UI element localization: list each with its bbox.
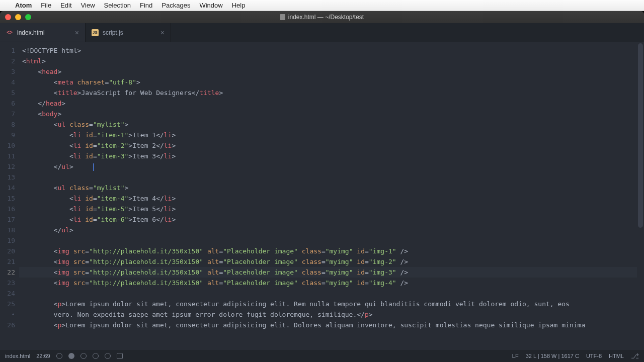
code-line[interactable]: <p>Lorem ipsum dolor sit amet, consectet… xyxy=(19,299,637,309)
line-number[interactable]: 4 xyxy=(0,77,15,87)
editor-area: 1234567891011121314151617181920212223242… xyxy=(0,42,644,350)
code-line[interactable]: <li id="item-3">Item 3</li> xyxy=(19,151,637,161)
code-line[interactable]: <html> xyxy=(19,56,637,66)
line-number[interactable]: 7 xyxy=(0,109,15,119)
code-line[interactable]: <meta charset="utf-8"> xyxy=(19,77,637,87)
window-menu[interactable]: Window xyxy=(199,2,222,9)
find-menu[interactable]: Find xyxy=(140,2,152,9)
line-number[interactable]: 13 xyxy=(0,172,15,183)
text-cursor xyxy=(93,163,94,171)
line-number[interactable]: 20 xyxy=(0,246,15,256)
line-number[interactable]: 26 xyxy=(0,320,15,330)
status-icon[interactable] xyxy=(117,353,123,359)
js-file-icon: JS xyxy=(92,29,99,36)
code-line[interactable] xyxy=(19,288,637,299)
line-number[interactable]: 10 xyxy=(0,140,15,151)
window-title: index.html — ~/Desktop/test xyxy=(280,14,364,21)
selection-menu[interactable]: Selection xyxy=(104,2,131,9)
close-tab-icon[interactable]: × xyxy=(160,29,165,37)
tab-label: script.js xyxy=(103,29,123,36)
code-line[interactable]: <body> xyxy=(19,109,637,119)
code-line[interactable]: <ul class="mylist"> xyxy=(19,183,637,193)
status-file-stats: 32 L | 158 W | 1617 C xyxy=(526,353,579,359)
edit-menu[interactable]: Edit xyxy=(60,2,71,9)
code-line[interactable]: <img src="http://placehold.it/350x150" a… xyxy=(19,267,637,278)
tab-script-js[interactable]: JS script.js × xyxy=(86,23,171,42)
line-number[interactable]: 16 xyxy=(0,204,15,214)
line-number[interactable]: 3 xyxy=(0,66,15,77)
line-number[interactable]: 11 xyxy=(0,151,15,161)
tab-label: index.html xyxy=(17,29,45,36)
status-encoding[interactable]: UTF-8 xyxy=(586,353,602,359)
code-line[interactable]: <img src="http://placehold.it/350x150" a… xyxy=(19,246,637,256)
code-line[interactable]: vero. Non expedita saepe amet ipsum erro… xyxy=(19,309,637,320)
line-number[interactable]: 14 xyxy=(0,183,15,193)
code-line[interactable]: <li id="item-1">Item 1</li> xyxy=(19,130,637,140)
code-line[interactable]: <img src="http://placehold.it/350x150" a… xyxy=(19,256,637,267)
maximize-window-button[interactable] xyxy=(25,14,31,20)
status-grammar[interactable]: HTML xyxy=(609,353,624,359)
line-number[interactable]: 23 xyxy=(0,278,15,288)
status-filename[interactable]: index.html xyxy=(5,353,30,359)
code-line[interactable]: <p>Lorem ipsum dolor sit amet, consectet… xyxy=(19,320,637,330)
line-number[interactable]: 5 xyxy=(0,87,15,98)
line-number[interactable]: 21 xyxy=(0,256,15,267)
code-line[interactable]: <title>JavaScript for Web Designers</tit… xyxy=(19,87,637,98)
code-line[interactable]: <li id="item-2">Item 2</li> xyxy=(19,140,637,151)
status-icon[interactable] xyxy=(68,353,74,359)
line-number[interactable]: 24 xyxy=(0,288,15,299)
line-number[interactable]: 12 xyxy=(0,161,15,172)
code-line[interactable]: <head> xyxy=(19,66,637,77)
window-titlebar: index.html — ~/Desktop/test xyxy=(0,11,644,23)
code-line[interactable]: <li id="item-5">Item 5</li> xyxy=(19,204,637,214)
github-icon[interactable]: ⎇ xyxy=(631,352,639,360)
line-number[interactable]: 8 xyxy=(0,119,15,130)
vertical-scrollbar[interactable] xyxy=(637,42,644,350)
status-bar: index.html 22:69 LF 32 L | 158 W | 1617 … xyxy=(0,350,644,362)
help-menu[interactable]: Help xyxy=(232,2,246,9)
app-menu[interactable]: Atom xyxy=(15,2,32,9)
status-icon[interactable] xyxy=(105,353,111,359)
line-number[interactable]: 15 xyxy=(0,193,15,204)
code-line[interactable]: </head> xyxy=(19,98,637,109)
status-icon[interactable] xyxy=(80,353,87,359)
code-line[interactable]: <img src="http://placehold.it/350x150" a… xyxy=(19,278,637,288)
scrollbar-thumb[interactable] xyxy=(638,43,643,228)
code-line[interactable]: <!DOCTYPE html> xyxy=(19,45,637,56)
line-number[interactable]: 18 xyxy=(0,225,15,235)
packages-menu[interactable]: Packages xyxy=(162,2,190,9)
tab-index-html[interactable]: <> index.html × xyxy=(0,23,86,42)
macos-menubar: Atom File Edit View Selection Find Packa… xyxy=(0,0,644,11)
status-line-ending[interactable]: LF xyxy=(512,353,519,359)
tab-bar: <> index.html × JS script.js × xyxy=(0,23,644,42)
line-number[interactable]: 2 xyxy=(0,56,15,66)
view-menu[interactable]: View xyxy=(81,2,95,9)
close-tab-icon[interactable]: × xyxy=(75,29,79,37)
close-window-button[interactable] xyxy=(5,14,11,20)
code-line[interactable] xyxy=(19,172,637,183)
code-line[interactable]: <li id="item-6">Item 6</li> xyxy=(19,214,637,225)
status-icon[interactable] xyxy=(93,353,99,359)
code-editor[interactable]: <!DOCTYPE html><html> <head> <meta chars… xyxy=(19,42,637,350)
line-number[interactable]: 1 xyxy=(0,45,15,56)
minimize-window-button[interactable] xyxy=(15,14,21,20)
code-line[interactable]: <li id="item-4">Item 4</li> xyxy=(19,193,637,204)
code-line[interactable]: </ul> xyxy=(19,161,637,172)
line-number[interactable]: 6 xyxy=(0,98,15,109)
line-number[interactable]: 22 xyxy=(0,267,15,278)
line-number[interactable]: 9 xyxy=(0,130,15,140)
code-line[interactable] xyxy=(19,235,637,246)
line-number-gutter[interactable]: 1234567891011121314151617181920212223242… xyxy=(0,42,19,350)
line-number[interactable]: 17 xyxy=(0,214,15,225)
window-title-text: index.html — ~/Desktop/test xyxy=(288,14,364,21)
html-file-icon: <> xyxy=(6,29,13,36)
file-menu[interactable]: File xyxy=(41,2,51,9)
status-cursor-position[interactable]: 22:69 xyxy=(36,353,50,359)
line-number[interactable]: • xyxy=(0,309,15,320)
document-icon xyxy=(280,14,285,20)
status-icon[interactable] xyxy=(56,353,62,359)
line-number[interactable]: 25 xyxy=(0,299,15,309)
code-line[interactable]: </ul> xyxy=(19,225,637,235)
code-line[interactable]: <ul class="mylist"> xyxy=(19,119,637,130)
line-number[interactable]: 19 xyxy=(0,235,15,246)
